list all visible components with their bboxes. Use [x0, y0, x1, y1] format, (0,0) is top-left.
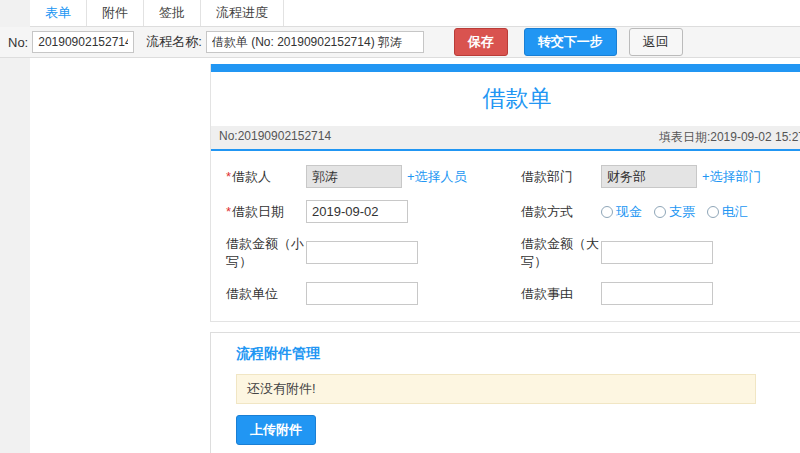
no-label: No: — [8, 35, 28, 50]
amount-big-label: 借款金额（大写） — [521, 235, 601, 270]
borrower-label: *借款人 — [226, 168, 306, 186]
form-title: 借款单 — [211, 72, 800, 126]
panel-accent-bar — [211, 64, 800, 72]
borrower-input[interactable] — [306, 165, 402, 188]
process-name-input[interactable] — [206, 31, 424, 53]
back-button[interactable]: 返回 — [629, 28, 683, 56]
tab-approval[interactable]: 签批 — [144, 0, 201, 26]
radio-cash[interactable]: 现金 — [601, 203, 642, 221]
attachments-panel: 流程附件管理 还没有附件! 上传附件 — [210, 332, 800, 453]
radio-icon — [707, 206, 719, 218]
form-number: No:20190902152714 — [219, 129, 331, 146]
select-person-link[interactable]: +选择人员 — [407, 168, 467, 186]
upload-attachment-button[interactable]: 上传附件 — [236, 415, 316, 445]
amount-big-input[interactable] — [601, 241, 713, 264]
form-row: *借款人 +选择人员 借款部门 +选择部门 — [226, 165, 800, 188]
reason-control — [601, 282, 800, 305]
department-label: 借款部门 — [521, 168, 601, 186]
attachments-title: 流程附件管理 — [236, 345, 798, 363]
method-label: 借款方式 — [521, 203, 601, 221]
next-step-button[interactable]: 转交下一步 — [524, 28, 617, 56]
form-fill-date: 填表日期:2019-09-02 15:27:1 — [659, 129, 800, 146]
form-row: 借款金额（小写） 借款金额（大写） — [226, 235, 800, 270]
method-radio-group: 现金 支票 电汇 — [601, 203, 800, 221]
borrow-date-control — [306, 200, 521, 223]
tab-progress[interactable]: 流程进度 — [201, 0, 284, 26]
content-area: 借款单 No:20190902152714 填表日期:2019-09-02 15… — [30, 58, 800, 453]
no-input[interactable] — [32, 31, 134, 53]
radio-wire[interactable]: 电汇 — [707, 203, 748, 221]
required-mark: * — [226, 204, 231, 219]
tab-form[interactable]: 表单 — [30, 0, 87, 26]
unit-control — [306, 282, 521, 305]
department-input[interactable] — [601, 165, 697, 188]
amount-big-control — [601, 241, 800, 264]
borrower-control: +选择人员 — [306, 165, 521, 188]
radio-wire-label: 电汇 — [722, 203, 748, 221]
form-row: 借款单位 借款事由 — [226, 282, 800, 305]
process-name-label: 流程名称: — [146, 33, 202, 51]
reason-input[interactable] — [601, 282, 713, 305]
borrow-date-label: *借款日期 — [226, 203, 306, 221]
toolbar: No: 流程名称: 保存 转交下一步 返回 — [0, 27, 800, 58]
radio-icon — [601, 206, 613, 218]
loan-form-panel: 借款单 No:20190902152714 填表日期:2019-09-02 15… — [210, 64, 800, 322]
no-attachments-message: 还没有附件! — [236, 374, 756, 404]
unit-label: 借款单位 — [226, 285, 306, 303]
save-button[interactable]: 保存 — [454, 28, 508, 56]
unit-input[interactable] — [306, 282, 418, 305]
radio-check[interactable]: 支票 — [654, 203, 695, 221]
form-row: *借款日期 借款方式 现金 支票 — [226, 200, 800, 223]
amount-small-input[interactable] — [306, 241, 418, 264]
radio-icon — [654, 206, 666, 218]
select-department-link[interactable]: +选择部门 — [702, 168, 762, 186]
form-fields: *借款人 +选择人员 借款部门 +选择部门 *借款日期 — [211, 151, 800, 321]
required-mark: * — [226, 169, 231, 184]
form-meta-bar: No:20190902152714 填表日期:2019-09-02 15:27:… — [211, 126, 800, 151]
tab-attachments[interactable]: 附件 — [87, 0, 144, 26]
left-rail — [0, 0, 30, 453]
radio-cash-label: 现金 — [616, 203, 642, 221]
amount-small-control — [306, 241, 521, 264]
radio-check-label: 支票 — [669, 203, 695, 221]
reason-label: 借款事由 — [521, 285, 601, 303]
amount-small-label: 借款金额（小写） — [226, 235, 306, 270]
tab-bar: 表单 附件 签批 流程进度 — [30, 0, 800, 27]
borrow-date-input[interactable] — [306, 200, 408, 223]
department-control: +选择部门 — [601, 165, 800, 188]
